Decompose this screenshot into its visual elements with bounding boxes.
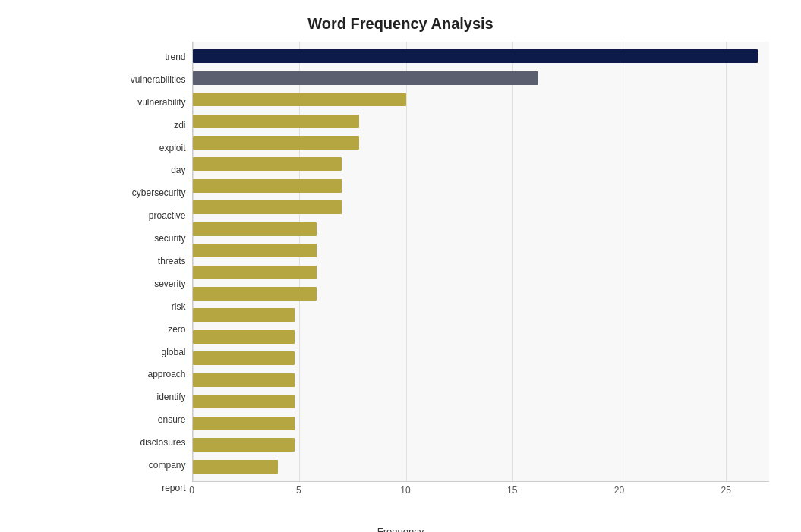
bar-row — [193, 70, 769, 87]
y-labels: trendvulnerabilitiesvulnerabilityzdiexpl… — [101, 46, 192, 499]
y-label: zdi — [101, 117, 192, 134]
bar — [193, 93, 406, 106]
x-tick-label: 15 — [507, 485, 517, 496]
bar — [193, 266, 317, 279]
y-label: threats — [101, 253, 192, 269]
y-label: ensure — [101, 411, 192, 428]
bar-row — [193, 113, 769, 130]
x-axis-title: Frequency — [30, 526, 771, 532]
x-tick-label: 20 — [614, 485, 624, 496]
y-label: approach — [101, 366, 192, 382]
y-label: risk — [101, 298, 192, 315]
bar-row — [193, 91, 769, 108]
bar-row — [193, 264, 769, 281]
x-tick-label: 5 — [296, 485, 301, 496]
chart-container: Word Frequency Analysis trendvulnerabili… — [0, 0, 801, 532]
bar-row — [193, 329, 769, 345]
bar — [193, 115, 359, 128]
bar — [193, 136, 359, 150]
y-label: global — [101, 344, 192, 360]
bar-row — [193, 134, 769, 151]
bar — [193, 157, 342, 171]
bar-row — [193, 178, 769, 194]
bar-row — [193, 436, 769, 453]
bar-row — [193, 393, 769, 410]
chart-title: Word Frequency Analysis — [30, 15, 771, 33]
bar — [193, 438, 295, 452]
bar-row — [193, 242, 769, 259]
y-label: day — [101, 162, 192, 178]
chart-area — [192, 42, 769, 482]
bar — [193, 330, 295, 344]
x-tick-label: 10 — [400, 485, 410, 496]
bar — [193, 244, 317, 257]
y-label: vulnerabilities — [101, 71, 192, 88]
bar-row — [193, 199, 769, 216]
bar — [193, 287, 317, 301]
bar — [193, 395, 295, 408]
y-label: company — [101, 457, 192, 474]
bars-wrapper — [193, 46, 769, 477]
bar — [193, 179, 342, 193]
bar-row — [193, 156, 769, 172]
y-label: severity — [101, 275, 192, 292]
x-tick-label: 25 — [721, 485, 731, 496]
bar — [193, 200, 342, 214]
chart-wrapper: trendvulnerabilitiesvulnerabilityzdiexpl… — [101, 42, 769, 503]
bar — [193, 351, 295, 365]
bar — [193, 308, 295, 322]
bar — [193, 373, 295, 387]
bar-row — [193, 372, 769, 389]
y-label: report — [101, 480, 192, 496]
x-tick-label: 0 — [189, 485, 194, 496]
bar — [193, 460, 278, 474]
bar-row — [193, 48, 769, 65]
y-label: identify — [101, 389, 192, 405]
y-label: security — [101, 230, 192, 247]
bar — [193, 49, 758, 63]
y-label: zero — [101, 321, 192, 338]
bar — [193, 222, 317, 236]
y-label: vulnerability — [101, 94, 192, 111]
x-labels-row: 0510152025 — [192, 482, 769, 503]
y-label: exploit — [101, 140, 192, 156]
y-label: disclosures — [101, 434, 192, 451]
bar-row — [193, 415, 769, 432]
bar-row — [193, 285, 769, 302]
y-label: proactive — [101, 207, 192, 224]
bar-row — [193, 458, 769, 475]
y-label: trend — [101, 49, 192, 65]
bar-row — [193, 221, 769, 238]
y-label: cybersecurity — [101, 184, 192, 201]
bar-row — [193, 350, 769, 367]
chart-area-wrapper: 0510152025 — [192, 42, 769, 503]
bar — [193, 417, 295, 430]
bar — [193, 71, 538, 85]
bar-row — [193, 307, 769, 323]
